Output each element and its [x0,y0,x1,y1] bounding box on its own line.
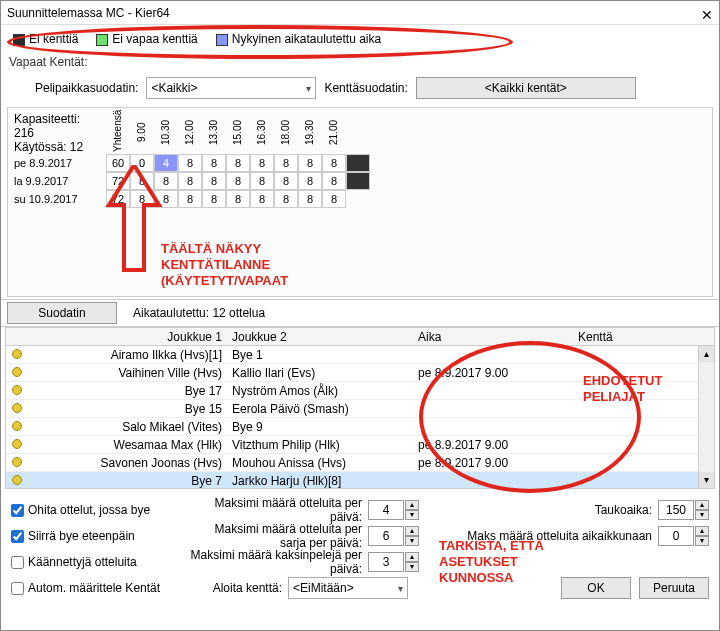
capacity-cell[interactable]: 8 [298,154,322,172]
capacity-cell[interactable]: 8 [130,190,154,208]
legend-bar: Ei kenttiä Ei vapaa kenttiä Nykyinen aik… [1,25,719,53]
match-list: Joukkue 1 Joukkue 2 Aika Kenttä Airamo I… [5,327,715,489]
capacity-cell[interactable]: 8 [202,172,226,190]
col-team2[interactable]: Joukkue 2 [228,330,418,344]
start-court-combo[interactable]: <EiMitään>▾ [288,577,408,599]
cancel-button[interactable]: Peruuta [639,577,709,599]
scheduled-count: Aikataulutettu: 12 ottelua [133,306,265,320]
close-icon[interactable]: ✕ [701,3,713,27]
venue-filter-combo[interactable]: <Kaikki>▾ [146,77,316,99]
total-column-header: Yhteensä [106,112,130,152]
scroll-down-icon[interactable]: ▾ [699,472,714,488]
capacity-cell[interactable]: 8 [274,190,298,208]
capacity-row: pe 8.9.201760048888888 [14,154,706,172]
capacity-cell[interactable]: 8 [202,190,226,208]
ok-button[interactable]: OK [561,577,631,599]
col-time[interactable]: Aika [418,330,578,344]
capacity-cell[interactable]: 8 [178,190,202,208]
capacity-cell[interactable]: 8 [226,172,250,190]
swatch-current [216,34,228,46]
capacity-cell[interactable]: 8 [274,172,298,190]
table-row[interactable]: Vaihinen Ville (Hvs)Kallio Ilari (Evs)pe… [6,364,714,382]
col-team1[interactable]: Joukkue 1 [28,330,228,344]
max-simultaneous-spinner[interactable]: ▴▾ [658,526,709,546]
legend-current: Nykyinen aikataulutettu aika [232,32,381,46]
capacity-cell[interactable]: 8 [322,154,346,172]
status-dot-icon [12,349,22,359]
chevron-down-icon: ▾ [306,83,311,94]
inverted-checkbox[interactable] [11,556,24,569]
capacity-cell[interactable]: 8 [274,154,298,172]
table-row[interactable]: Bye 7Jarkko Harju (Hlk)[8] [6,472,714,489]
window-title: Suunnittelemassa MC - Kier64 [7,6,170,20]
max-per-series-spinner[interactable]: ▴▾ [368,526,419,546]
max-doubles-spinner[interactable]: ▴▾ [368,552,419,572]
status-dot-icon [12,439,22,449]
table-row[interactable]: Bye 15Eerola Päivö (Smash) [6,400,714,418]
status-dot-icon [12,421,22,431]
capacity-cell[interactable]: 8 [226,190,250,208]
hour-header: 12.00 [178,112,202,152]
auto-fields-checkbox[interactable] [11,582,24,595]
max-per-day-spinner[interactable]: ▴▾ [368,500,419,520]
capacity-cell[interactable]: 8 [250,172,274,190]
hour-header: 21.00 [322,112,346,152]
free-fields-label: Vapaat Kentät: [1,53,719,71]
hour-header: 16.30 [250,112,274,152]
scrollbar-vertical[interactable]: ▴ ▾ [698,346,714,488]
table-row[interactable]: Savonen Joonas (Hvs)Mouhou Anissa (Hvs)p… [6,454,714,472]
status-dot-icon [12,385,22,395]
capacity-cell[interactable]: 8 [322,190,346,208]
table-row[interactable]: Salo Mikael (Vites)Bye 9 [6,418,714,436]
filter-button[interactable]: Suodatin [7,302,117,324]
scroll-up-icon[interactable]: ▴ [699,346,714,362]
capacity-cell[interactable]: 8 [130,172,154,190]
capacity-cell[interactable]: 8 [250,154,274,172]
swatch-no-fields [13,34,25,46]
legend-no-fields: Ei kenttiä [29,32,78,46]
capacity-cell[interactable]: 8 [154,172,178,190]
capacity-row: la 9.9.201772888888888 [14,172,706,190]
venue-filter-label: Pelipaikkasuodatin: [35,81,138,95]
table-row[interactable]: Airamo Ilkka (Hvs)[1]Bye 1 [6,346,714,364]
table-row[interactable]: Wesamaa Max (Hlk)Vitzthum Philip (Hlk)pe… [6,436,714,454]
capacity-cell[interactable]: 8 [298,172,322,190]
chevron-down-icon: ▾ [398,583,403,594]
status-dot-icon [12,475,22,485]
capacity-row: su 10.9.201772888888888 [14,190,706,208]
capacity-cell[interactable]: 8 [322,172,346,190]
court-filter-button[interactable]: <Kaikki kentät> [416,77,636,99]
break-time-spinner[interactable]: ▴▾ [658,500,709,520]
table-row[interactable]: Bye 17Nyström Amos (Ålk) [6,382,714,400]
skip-bye-checkbox[interactable] [11,504,24,517]
move-bye-checkbox[interactable] [11,530,24,543]
capacity-cell[interactable]: 8 [298,190,322,208]
capacity-grid: Kapasiteetti: 216 Käytössä: 12 Yhteensä … [7,107,713,297]
capacity-cell[interactable]: 8 [178,154,202,172]
hour-header: 19.30 [298,112,322,152]
hour-header: 18.00 [274,112,298,152]
capacity-cell[interactable]: 0 [130,154,154,172]
capacity-cell[interactable]: 8 [178,172,202,190]
capacity-cell[interactable]: 8 [154,190,178,208]
capacity-info: Kapasiteetti: 216 Käytössä: 12 [14,112,106,154]
capacity-cell[interactable]: 8 [202,154,226,172]
capacity-cell[interactable]: 8 [226,154,250,172]
hour-header: 15.00 [226,112,250,152]
hour-header: 9.00 [130,112,154,152]
hour-header: 13.30 [202,112,226,152]
court-filter-label: Kenttäsuodatin: [324,81,407,95]
capacity-cell[interactable]: 8 [250,190,274,208]
col-court[interactable]: Kenttä [578,330,668,344]
status-dot-icon [12,457,22,467]
status-dot-icon [12,367,22,377]
swatch-no-free [96,34,108,46]
capacity-cell[interactable]: 4 [154,154,178,172]
hour-header: 10.30 [154,112,178,152]
legend-no-free: Ei vapaa kenttiä [112,32,197,46]
status-dot-icon [12,403,22,413]
